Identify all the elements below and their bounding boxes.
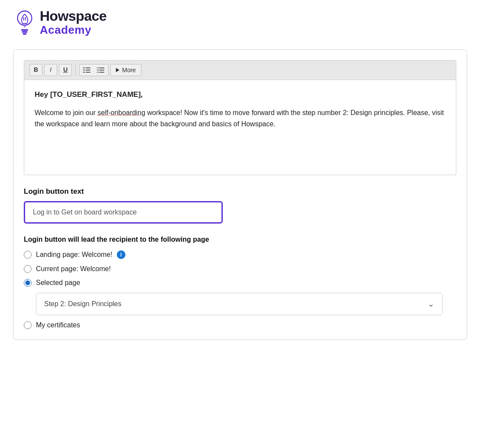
svg-rect-13 — [86, 72, 90, 73]
svg-rect-21 — [98, 72, 99, 73]
radio-selected-label: Selected page — [36, 279, 80, 287]
radio-landing-input[interactable] — [24, 251, 32, 259]
svg-rect-0 — [21, 29, 28, 31]
list-buttons-group — [79, 64, 109, 76]
underline-button[interactable]: U — [59, 64, 72, 76]
svg-text:H: H — [22, 16, 26, 21]
radio-selected-page[interactable]: Selected page — [24, 279, 456, 287]
radio-my-certificates[interactable]: My certificates — [24, 321, 456, 329]
svg-rect-9 — [86, 67, 90, 68]
svg-rect-17 — [97, 70, 98, 70]
radio-certificates-input[interactable] — [24, 321, 32, 329]
svg-rect-20 — [97, 72, 98, 73]
login-button-text-label: Login button text — [24, 187, 456, 196]
svg-rect-14 — [97, 67, 98, 68]
svg-rect-22 — [99, 72, 104, 73]
destination-section-label: Login button will lead the recipient to … — [24, 236, 456, 243]
bold-button[interactable]: B — [29, 64, 42, 76]
svg-rect-2 — [22, 33, 26, 35]
toolbar-separator — [75, 65, 76, 75]
logo-bulb-icon: H — [13, 9, 36, 36]
logo-academy-text: Academy — [40, 24, 106, 36]
dropdown-arrow-icon: ⌄ — [428, 299, 434, 309]
svg-rect-16 — [99, 67, 104, 68]
radio-landing-page[interactable]: Landing page: Welcome! i — [24, 250, 456, 259]
radio-selected-input[interactable] — [24, 279, 32, 287]
svg-rect-19 — [99, 70, 104, 70]
logo-area: H Howspace Academy — [13, 9, 487, 36]
ordered-list-button[interactable] — [94, 65, 107, 75]
info-icon[interactable]: i — [117, 250, 125, 259]
more-button[interactable]: More — [110, 64, 141, 76]
radio-current-label: Current page: Welcome! — [36, 265, 111, 273]
svg-rect-8 — [83, 67, 85, 68]
editor-greeting: Hey [TO_USER_FIRST_NAME], — [35, 89, 446, 100]
svg-rect-12 — [83, 72, 85, 73]
radio-current-input[interactable] — [24, 265, 32, 273]
svg-rect-15 — [98, 67, 99, 68]
radio-certificates-label: My certificates — [36, 321, 80, 329]
radio-landing-label: Landing page: Welcome! — [36, 251, 112, 259]
page-dropdown[interactable]: Step 2: Design Principles ⌄ — [36, 293, 442, 315]
play-icon — [116, 68, 119, 72]
main-card: B I U — [13, 49, 467, 340]
italic-button[interactable]: I — [44, 64, 57, 76]
logo-howspace-text: Howspace — [40, 9, 106, 24]
more-label: More — [122, 67, 136, 74]
spell-check-word: self-onboarding — [98, 109, 145, 116]
editor-content-area[interactable]: Hey [TO_USER_FIRST_NAME], Welcome to joi… — [24, 80, 456, 175]
svg-rect-11 — [86, 70, 90, 70]
logo-text: Howspace Academy — [40, 9, 106, 36]
radio-current-page[interactable]: Current page: Welcome! — [24, 265, 456, 273]
svg-rect-18 — [98, 70, 99, 70]
svg-rect-1 — [22, 31, 28, 33]
editor-toolbar: B I U — [24, 60, 456, 80]
login-button-text-input[interactable] — [24, 201, 223, 224]
unordered-list-button[interactable] — [80, 65, 93, 75]
dropdown-selected-value: Step 2: Design Principles — [44, 300, 122, 308]
svg-rect-10 — [83, 70, 85, 70]
editor-body: Welcome to join our self-onboarding work… — [35, 107, 446, 129]
